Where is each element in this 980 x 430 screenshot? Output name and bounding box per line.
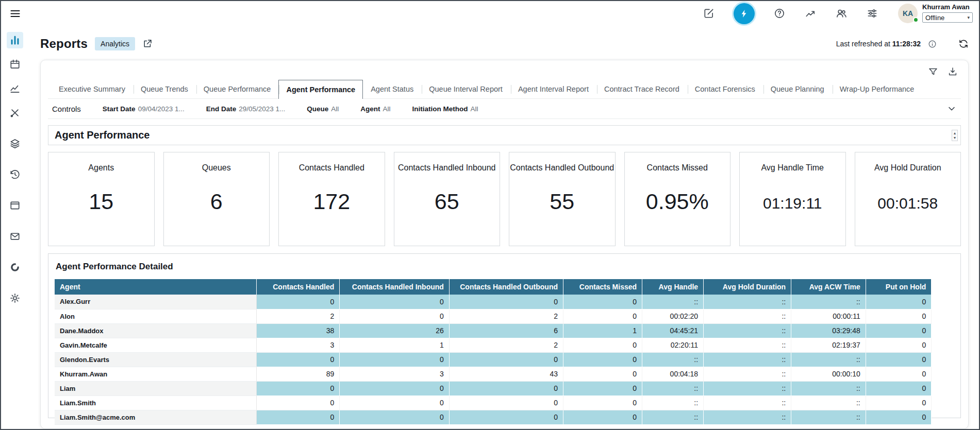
stepper-up-icon[interactable]: ▴ xyxy=(954,131,956,135)
value-cell: :: xyxy=(704,395,791,410)
value-cell: 0 xyxy=(340,295,450,309)
value-cell: :: xyxy=(791,410,866,424)
kpi-value: 00:01:58 xyxy=(877,195,938,212)
value-cell: :: xyxy=(642,295,704,309)
agent-performance-table: Agent Contacts Handled Contacts Handled … xyxy=(55,279,932,425)
value-cell: 0 xyxy=(866,395,932,410)
value-cell: :: xyxy=(791,352,866,367)
kpi-label: Contacts Handled xyxy=(299,163,364,173)
filter-value: 29/05/2023 1... xyxy=(239,105,285,113)
status-dropdown[interactable]: Offline ▾ xyxy=(922,12,973,23)
report-tab[interactable]: Queue Performance xyxy=(196,80,279,98)
value-cell: 02:20:11 xyxy=(642,338,704,352)
value-cell: 38 xyxy=(256,323,340,338)
value-cell: 0 xyxy=(866,381,932,395)
value-cell: :: xyxy=(704,352,791,367)
refresh-button[interactable] xyxy=(958,39,969,49)
filter-control[interactable]: End Date29/05/2023 1... xyxy=(206,105,286,113)
lightning-icon[interactable] xyxy=(734,3,755,24)
report-tab[interactable]: Executive Summary xyxy=(51,80,133,98)
controls-bar: Controls Start Date09/04/2023 1... End D… xyxy=(48,99,961,119)
avatar[interactable]: KA xyxy=(898,4,918,23)
detail-panel: Agent Performance Detailed Agent Contact… xyxy=(48,253,961,418)
report-tab[interactable]: Contact Forensics xyxy=(687,80,763,98)
column-header: Contacts Handled Outbound xyxy=(449,279,563,295)
value-cell: 2 xyxy=(256,309,340,323)
kpi-card: Avg Handle Time 01:19:11 xyxy=(739,152,846,246)
history-icon[interactable] xyxy=(7,166,23,183)
value-cell: 0 xyxy=(449,410,563,424)
report-tab[interactable]: Agent Status xyxy=(363,80,421,98)
value-cell: 0 xyxy=(340,410,450,424)
menu-icon[interactable] xyxy=(9,8,21,20)
value-cell: 0 xyxy=(866,338,932,352)
donut-icon[interactable] xyxy=(7,259,23,276)
analytics-badge: Analytics xyxy=(95,37,135,50)
filter-label: End Date xyxy=(206,105,237,113)
kpi-label: Contacts Missed xyxy=(647,163,708,173)
report-tab[interactable]: Agent Interval Report xyxy=(510,80,596,98)
section-title: Agent Performance xyxy=(55,129,150,141)
chevron-down-icon[interactable] xyxy=(946,104,957,114)
note-icon[interactable] xyxy=(703,7,715,20)
value-cell: 0 xyxy=(866,352,932,367)
value-cell: 0 xyxy=(340,381,450,395)
app-window: KA Khurram Awan Offline ▾ xyxy=(0,0,980,430)
column-header: Avg ACW Time xyxy=(791,279,866,295)
window-icon[interactable] xyxy=(7,197,23,214)
tools-icon[interactable] xyxy=(7,105,23,121)
filter-control[interactable]: AgentAll xyxy=(360,105,390,113)
report-tab[interactable]: Agent Performance xyxy=(278,80,363,99)
calendar-icon[interactable] xyxy=(7,56,23,73)
value-cell: 1 xyxy=(340,338,450,352)
filter-control[interactable]: Start Date09/04/2023 1... xyxy=(103,105,185,113)
filter-label: Agent xyxy=(360,105,380,113)
layers-icon[interactable] xyxy=(7,135,23,152)
download-icon[interactable] xyxy=(948,66,958,77)
column-header: Avg Handle xyxy=(642,279,704,295)
report-tab[interactable]: Queue Interval Report xyxy=(421,80,510,98)
value-cell: 0 xyxy=(256,395,340,410)
table-row: Gavin.Metcalfe312002:20:11::02:19:370 xyxy=(55,338,932,352)
value-cell: 0 xyxy=(449,395,563,410)
mail-icon[interactable] xyxy=(7,228,23,245)
last-refreshed-time: 11:28:32 xyxy=(892,40,921,48)
filter-value: All xyxy=(471,105,478,113)
info-icon[interactable] xyxy=(928,40,937,48)
filter-control[interactable]: QueueAll xyxy=(307,105,339,113)
stepper-down-icon[interactable]: ▾ xyxy=(954,135,956,140)
report-tab[interactable]: Contract Trace Record xyxy=(596,80,687,98)
agent-name-cell: Alex.Gurr xyxy=(55,295,256,309)
gear-icon[interactable] xyxy=(7,290,23,306)
trend-icon[interactable] xyxy=(804,7,817,20)
filter-control[interactable]: Initiation MethodAll xyxy=(412,105,478,113)
external-link-icon[interactable] xyxy=(142,39,153,49)
scroll-stepper[interactable]: ▴ ▾ xyxy=(952,130,958,141)
kpi-card: Queues 6 xyxy=(163,152,270,246)
bar-chart-icon[interactable] xyxy=(7,32,23,48)
agent-name-cell: Khurram.Awan xyxy=(55,367,256,381)
value-cell: 00:04:18 xyxy=(642,367,704,381)
kpi-value: 01:19:11 xyxy=(763,195,822,212)
kpi-label: Contacts Handled Inbound xyxy=(398,163,495,173)
value-cell: :: xyxy=(704,338,791,352)
help-icon[interactable] xyxy=(773,7,786,20)
value-cell: 02:19:37 xyxy=(791,338,866,352)
value-cell: 0 xyxy=(866,367,932,381)
report-tab[interactable]: Queue Planning xyxy=(763,80,832,98)
value-cell: 0 xyxy=(449,381,563,395)
value-cell: 43 xyxy=(449,367,563,381)
users-icon[interactable] xyxy=(835,7,848,20)
report-tab[interactable]: Queue Trends xyxy=(133,80,196,98)
value-cell: 0 xyxy=(563,367,642,381)
kpi-row: Agents 15 Queues 6 Contacts Handled 172 xyxy=(48,152,961,246)
value-cell: 0 xyxy=(340,352,450,367)
line-chart-icon[interactable] xyxy=(7,80,23,97)
column-header: Put on Hold xyxy=(866,279,932,295)
sliders-icon[interactable] xyxy=(866,7,878,20)
sidebar xyxy=(1,26,29,429)
report-tab[interactable]: Wrap-Up Performance xyxy=(832,80,922,98)
filter-icon[interactable] xyxy=(928,66,938,77)
value-cell: 0 xyxy=(563,381,642,395)
table-row: Alex.Gurr0000::::::0 xyxy=(55,295,932,309)
